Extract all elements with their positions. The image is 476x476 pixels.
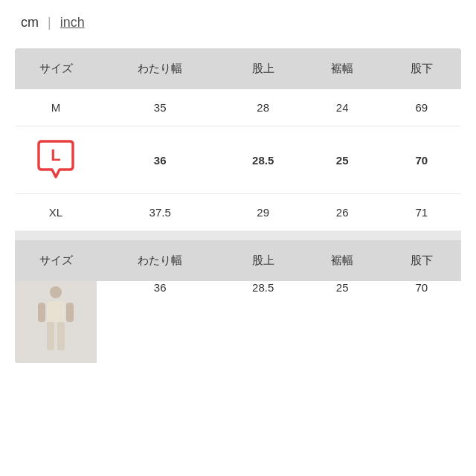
table-row-m: M 35 28 24 69 [15, 89, 461, 126]
unit-tabs: cm | inch [15, 12, 461, 33]
header-col4: 股下 [382, 48, 461, 89]
size-table: サイズ わたり幅 股上 裾幅 股下 M 35 28 24 69 [15, 48, 461, 363]
model-silhouette-icon [33, 285, 78, 359]
size-l-cell: L [15, 126, 97, 194]
cm-tab[interactable]: cm [15, 12, 45, 33]
m-col3: 24 [303, 89, 382, 126]
l-col2: 28.5 [223, 126, 303, 194]
image-row-col1: 36 [97, 281, 223, 363]
model-image-cell [15, 281, 97, 363]
table-second-header-row: サイズ わたり幅 股上 裾幅 股下 [15, 237, 461, 281]
image-row-col2: 28.5 [223, 281, 303, 363]
svg-text:L: L [51, 146, 60, 164]
xl-col3: 26 [303, 194, 382, 231]
svg-rect-5 [38, 303, 45, 322]
table-image-row: 36 28.5 25 70 [15, 281, 461, 363]
image-row-col4: 70 [382, 281, 461, 363]
tab-divider: | [48, 15, 51, 30]
l-badge-icon: L [36, 138, 76, 181]
page-container: cm | inch サイズ わたり幅 股上 裾幅 股下 M 35 28 24 6… [0, 0, 476, 476]
size-table-wrapper: サイズ わたり幅 股上 裾幅 股下 M 35 28 24 69 [15, 48, 461, 363]
second-header-col4: 股下 [382, 237, 461, 281]
table-header-row: サイズ わたり幅 股上 裾幅 股下 [15, 48, 461, 89]
image-row-col3: 25 [303, 281, 382, 363]
l-col3: 25 [303, 126, 382, 194]
header-col2: 股上 [223, 48, 303, 89]
second-header-col1: わたり幅 [97, 237, 223, 281]
size-m: M [15, 89, 97, 126]
table-row-xl: XL 37.5 29 26 71 [15, 194, 461, 231]
header-size: サイズ [15, 48, 97, 89]
second-header-col3: 裾幅 [303, 237, 382, 281]
xl-col4: 71 [382, 194, 461, 231]
l-col4: 70 [382, 126, 461, 194]
svg-point-1 [50, 286, 62, 298]
xl-col2: 29 [223, 194, 303, 231]
table-row-l: L 36 28.5 25 70 [15, 126, 461, 194]
header-col1: わたり幅 [97, 48, 223, 89]
l-col1: 36 [97, 126, 223, 194]
m-col4: 69 [382, 89, 461, 126]
header-col3: 裾幅 [303, 48, 382, 89]
second-header-size: サイズ [15, 237, 97, 281]
table-spacer [15, 231, 461, 237]
second-header-col2: 股上 [223, 237, 303, 281]
svg-rect-2 [47, 301, 65, 322]
svg-rect-3 [47, 322, 54, 350]
size-xl: XL [15, 194, 97, 231]
xl-col1: 37.5 [97, 194, 223, 231]
svg-rect-6 [66, 303, 74, 322]
inch-tab[interactable]: inch [54, 12, 91, 33]
svg-rect-4 [57, 322, 65, 350]
m-col2: 28 [223, 89, 303, 126]
m-col1: 35 [97, 89, 223, 126]
model-figure-container [15, 281, 97, 363]
